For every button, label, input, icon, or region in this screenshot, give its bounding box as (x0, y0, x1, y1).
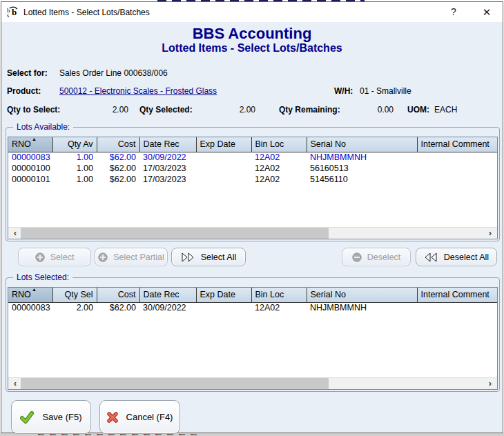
table-cell[interactable] (417, 302, 497, 313)
svg-text:b: b (12, 7, 17, 17)
table-cell[interactable] (196, 163, 251, 174)
column-header-qty-av[interactable]: Qty Av (52, 137, 97, 152)
page-title: Lotted Items - Select Lots/Batches (1, 42, 503, 54)
table-row[interactable]: 000001001.00$62.0017/03/202312A025616051… (8, 163, 497, 174)
qty-selected-value: 2.00 (209, 105, 255, 115)
column-header-serial-no[interactable]: Serial No (307, 137, 417, 152)
table-row[interactable]: 000000831.00$62.0030/09/202212A02NHJMBMM… (8, 152, 497, 163)
deselect-button[interactable]: Deselect (342, 248, 411, 266)
scroll-left-icon[interactable]: ‹ (10, 228, 21, 239)
table-cell[interactable] (417, 174, 497, 185)
table-cell[interactable]: 00000101 (8, 174, 52, 185)
column-header-rno[interactable]: RNO▲ (8, 137, 52, 152)
scrollbar-thumb[interactable] (21, 228, 329, 239)
table-cell[interactable]: 51456110 (307, 174, 417, 185)
table-row[interactable]: 000001011.00$62.0017/03/202312A025145611… (8, 174, 497, 185)
table-cell[interactable]: 17/03/2023 (139, 174, 196, 185)
lots-selected-group: Lots Selected: RNO▲ Qty Sel Cost Date Re… (6, 277, 500, 392)
table-cell[interactable]: $62.00 (97, 302, 139, 313)
circle-minus-icon (352, 252, 362, 262)
select-partial-button[interactable]: Select Partial (95, 248, 168, 266)
table-header-row: RNO▲ Qty Sel Cost Date Rec Exp Date Bin … (8, 288, 497, 302)
column-header-qty-sel[interactable]: Qty Sel (52, 288, 97, 302)
scroll-right-icon[interactable]: › (485, 228, 496, 239)
select-button[interactable]: Select (18, 248, 91, 266)
column-header-date-rec[interactable]: Date Rec (139, 137, 196, 152)
warehouse-label: W/H: (334, 86, 353, 96)
table-cell[interactable]: 56160513 (307, 163, 417, 174)
table-cell[interactable]: 1.00 (52, 152, 97, 163)
uom-label: UOM: (407, 105, 429, 115)
bbs-app-icon: b s b (7, 6, 19, 18)
table-cell[interactable]: NHJMBMMNH (307, 302, 417, 313)
table-cell[interactable] (417, 152, 497, 163)
table-cell[interactable] (196, 152, 251, 163)
select-for-value: Sales Order Line 000638/006 (59, 68, 168, 78)
horizontal-scrollbar[interactable]: ‹ › (8, 377, 497, 389)
close-button[interactable]: ✕ (479, 5, 494, 19)
column-header-serial-no[interactable]: Serial No (307, 288, 417, 302)
table-cell[interactable]: 30/09/2022 (139, 152, 196, 163)
table-cell[interactable]: 1.00 (52, 174, 97, 185)
select-all-button[interactable]: Select All (171, 248, 246, 266)
table-cell[interactable]: 12A02 (251, 174, 307, 185)
table-header-row: RNO▲ Qty Av Cost Date Rec Exp Date Bin L… (8, 137, 497, 152)
column-header-cost[interactable]: Cost (97, 137, 139, 152)
deselect-all-button[interactable]: Deselect All (416, 248, 497, 266)
help-button[interactable]: ? (446, 5, 461, 19)
column-header-exp-date[interactable]: Exp Date (196, 137, 251, 152)
column-header-cost[interactable]: Cost (97, 288, 139, 302)
table-cell[interactable] (196, 302, 251, 313)
lots-available-group: Lots Available: RNO▲ Qty Av Cost Date Re… (6, 127, 500, 241)
table-cell[interactable]: 12A02 (251, 302, 307, 313)
scroll-left-icon[interactable]: ‹ (10, 378, 21, 389)
table-cell[interactable]: NHJMBMMNH (307, 152, 417, 163)
cancel-button[interactable]: Cancel (F4) (99, 400, 180, 434)
horizontal-scrollbar[interactable]: ‹ › (8, 227, 497, 239)
table-row[interactable]: 000000832.00$62.0030/09/202212A02NHJMBMM… (8, 302, 497, 313)
table-cell[interactable]: 00000100 (8, 163, 52, 174)
table-cell[interactable]: 12A02 (251, 152, 307, 163)
circle-plus-icon (35, 252, 45, 262)
table-cell[interactable]: 12A02 (251, 163, 307, 174)
column-header-exp-date[interactable]: Exp Date (196, 288, 251, 302)
green-check-icon (20, 411, 34, 424)
scroll-right-icon[interactable]: › (485, 378, 496, 389)
table-cell[interactable]: 00000083 (8, 302, 52, 313)
column-header-internal-comment[interactable]: Internal Comment (417, 288, 497, 302)
save-button[interactable]: Save (F5) (11, 400, 91, 434)
sort-ascending-icon: ▲ (32, 288, 37, 292)
table-cell[interactable]: $62.00 (97, 152, 139, 163)
table-cell[interactable] (196, 174, 251, 185)
qty-remaining-label: Qty Remaining: (279, 105, 340, 115)
red-x-icon (107, 412, 118, 423)
lots-selected-legend: Lots Selected: (13, 272, 72, 282)
dialog-window: b s b Lotted Items - Select Lots/Batches… (1, 1, 503, 433)
table-cell[interactable]: 1.00 (52, 163, 97, 174)
table-cell[interactable]: 00000083 (8, 152, 52, 163)
table-cell[interactable]: 30/09/2022 (139, 302, 196, 313)
table-cell[interactable]: $62.00 (97, 163, 139, 174)
column-header-bin-loc[interactable]: Bin Loc (251, 288, 307, 302)
column-header-bin-loc[interactable]: Bin Loc (251, 137, 307, 152)
lots-available-table: RNO▲ Qty Av Cost Date Rec Exp Date Bin L… (8, 137, 498, 239)
table-cell[interactable]: $62.00 (97, 174, 139, 185)
lots-available-legend: Lots Available: (13, 122, 73, 132)
table-cell[interactable]: 2.00 (52, 302, 97, 313)
circle-plus-icon (98, 252, 108, 262)
double-left-arrow-icon (424, 252, 438, 262)
table-cell[interactable]: 17/03/2023 (139, 163, 196, 174)
column-header-internal-comment[interactable]: Internal Comment (417, 137, 497, 152)
scrollbar-thumb[interactable] (21, 378, 329, 389)
uom-value: EACH (434, 105, 457, 115)
column-header-rno[interactable]: RNO▲ (8, 288, 52, 302)
qty-to-select-value: 2.00 (84, 105, 128, 115)
app-title: BBS Accounting (1, 25, 503, 43)
column-header-date-rec[interactable]: Date Rec (139, 288, 196, 302)
qty-selected-label: Qty Selected: (139, 105, 193, 115)
qty-remaining-value: 0.00 (345, 105, 394, 115)
lots-selected-table: RNO▲ Qty Sel Cost Date Rec Exp Date Bin … (8, 287, 498, 390)
table-cell[interactable] (417, 163, 497, 174)
double-right-arrow-icon (181, 252, 195, 262)
product-link[interactable]: 500012 - Electronic Scales - Frosted Gla… (59, 86, 217, 96)
